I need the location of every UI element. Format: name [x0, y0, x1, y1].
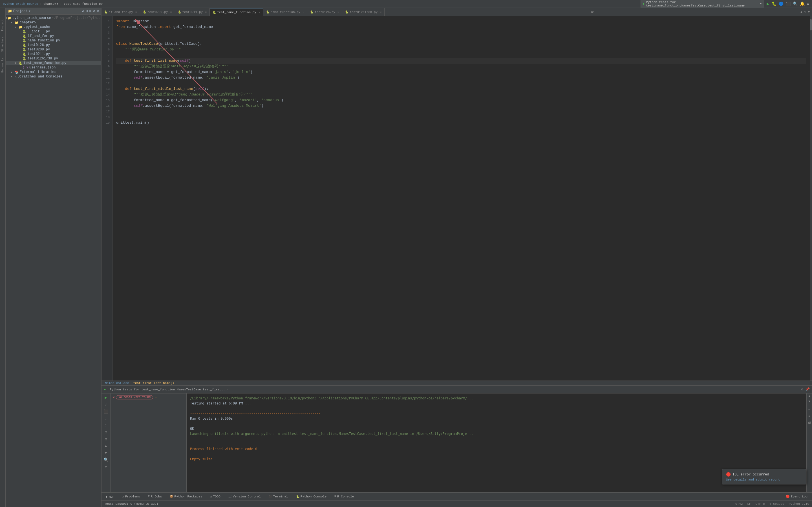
tests-status: Tests passed: 0 (moments ago) [104, 502, 158, 506]
bottom-tab-python-console[interactable]: 🐍 Python Console [294, 493, 328, 500]
bottom-tab-run[interactable]: ▶ Run [104, 493, 116, 500]
sort-az-button[interactable]: ↕ [105, 416, 107, 421]
rerun-button[interactable]: ▶ [105, 395, 107, 400]
scroll-down-icon[interactable]: ▼ [808, 400, 810, 403]
test-tree-item[interactable]: ✕ No tests were found ← [110, 395, 186, 400]
print-icon[interactable]: 🖨 [808, 420, 811, 425]
structure-tab[interactable]: Structure [1, 37, 4, 52]
prev-fail-button[interactable]: ▲ [105, 444, 107, 448]
settings-button[interactable]: ⚙ [807, 1, 809, 6]
breadcrumb-class[interactable]: NamesTestCase [105, 381, 129, 385]
scroll-up-icon[interactable]: ▲ [808, 395, 810, 398]
code-line-8: def test_first_last_name(self): [116, 58, 806, 64]
tab-test0209[interactable]: 🐍 test0209.py ✕ [140, 8, 175, 16]
tree-test0126[interactable]: 🐍 test0126.py [6, 43, 101, 47]
breadcrumb-method[interactable]: test_first_last_name() [133, 381, 174, 385]
stop-run-button[interactable]: ⬛ [103, 409, 108, 414]
run-config-selector[interactable]: ▶ Python tests for test_name_function.Na… [641, 0, 764, 8]
close-icon[interactable]: ✕ [97, 9, 99, 13]
search-button[interactable]: 🔍 [793, 1, 798, 6]
next-fail-button[interactable]: ▼ [105, 451, 107, 455]
tab-if-and-for[interactable]: 🐍 if_and_for.py ✕ [101, 8, 140, 16]
charset-status[interactable]: UTF-8 [756, 502, 765, 506]
run-pin-icon[interactable]: 📌 [806, 387, 810, 392]
tree-root[interactable]: ▼ 📁 python_crash_course ~/ProgramProject… [6, 16, 101, 20]
sort-za-button[interactable]: ↕ [105, 423, 107, 428]
notification-link-text[interactable]: See details and submit report [726, 478, 780, 482]
stop-button[interactable]: ⬛ [786, 1, 791, 6]
check-button[interactable]: ✓ [105, 402, 107, 407]
ln-14: 14 [103, 92, 111, 98]
tab-close-tnf[interactable]: ✕ [259, 11, 260, 14]
tab-close-0211[interactable]: ✕ [205, 10, 207, 14]
code-editor[interactable]: import unittest from name_function impor… [113, 16, 810, 381]
search-run-button[interactable]: 🔍 [103, 457, 108, 462]
bottom-tab-terminal[interactable]: ⬛ Terminal [267, 493, 290, 500]
run-output[interactable]: /Library/Frameworks/Python.framework/Ver… [187, 393, 806, 492]
expand-tree-button[interactable]: ⊞ [105, 430, 107, 435]
tab-close-t0126[interactable]: ✕ [338, 10, 339, 14]
tree-test01261738[interactable]: 🐍 test01261738.py [6, 56, 101, 61]
project-tab[interactable]: Project [1, 19, 4, 31]
tab-overflow[interactable]: ≫ [589, 10, 597, 14]
tree-chapter5[interactable]: ▼ 📁 chapter5 [6, 20, 101, 25]
lf-status[interactable]: LF [747, 502, 751, 506]
tree-test-name-function[interactable]: ▼ 🐍 test_name_function.py [6, 61, 101, 65]
tab-close-namefn[interactable]: ✕ [303, 10, 304, 14]
editor-scrollbar[interactable] [810, 16, 812, 381]
namefn-label: name_function.py [28, 39, 60, 43]
tree-if-and-for[interactable]: 🐍 if_and_for.py [6, 34, 101, 38]
tree-pytest-cache[interactable]: ▶ 📁 .pytest_cache [6, 25, 101, 29]
wrap-icon[interactable]: ↩ [808, 407, 810, 412]
project-panel: 📁 Project ▾ ⇄ ⊟ ⊞ ⚙ ✕ ▼ 📁 python_crash_c… [6, 8, 101, 507]
editor-content[interactable]: 1 2 3 4 5 ▶ 6 7 8 ▶ 9 10 11 12 13 [101, 16, 812, 381]
ln-1: 1 [103, 18, 111, 24]
tab-test01261738[interactable]: 🐍 test01261738.py ✕ [342, 8, 385, 16]
tab-close-iffor[interactable]: ✕ [135, 10, 137, 14]
expand-all-icon[interactable]: ⊞ [89, 9, 91, 13]
bottom-tab-rconsole[interactable]: R R Console [333, 493, 356, 500]
python-version-status[interactable]: Python 3.10 [789, 502, 809, 506]
code-line-15: formatted_name = get_formatted_name('wol… [116, 98, 806, 103]
sync-icon[interactable]: ⇄ [82, 9, 84, 13]
settings-icon[interactable]: ⚙ [93, 9, 95, 13]
notification-link[interactable]: See details and submit report [726, 478, 802, 482]
bookmarks-tab[interactable]: Bookmarks [1, 57, 4, 73]
notification-button[interactable]: 🔔 [800, 1, 805, 6]
bottom-tab-rjobs[interactable]: R R Jobs [146, 493, 164, 500]
folder-icon: 📁 [8, 9, 12, 13]
run-button[interactable]: ▶ [767, 1, 769, 7]
run-tab-close-btn[interactable]: ✕ [226, 388, 228, 391]
indent-status[interactable]: 4 spaces [769, 502, 784, 506]
tab-test-name-function[interactable]: 🐍 test_name_function.py ✕ [210, 8, 263, 16]
tree-init[interactable]: 🐍 __init__.py [6, 29, 101, 34]
tree-scratches[interactable]: ▶ ✎ Scratches and Consoles [6, 74, 101, 79]
tree-test0211[interactable]: 🐍 test0211.py [6, 52, 101, 56]
run-settings-icon[interactable]: ⚙ [801, 387, 803, 392]
debug-button[interactable]: 🐛 [772, 1, 776, 6]
collapse-all-icon[interactable]: ⊟ [86, 9, 88, 13]
tree-name-function[interactable]: 🐍 name_function.py [6, 38, 101, 43]
coverage-button[interactable]: 🔵 [779, 1, 783, 6]
collapse-tree-button[interactable]: ⊟ [105, 437, 107, 442]
bottom-tab-python-packages[interactable]: 📦 Python Packages [168, 493, 204, 500]
sort-output-icon[interactable]: ≡ [808, 414, 810, 418]
line-col-status[interactable]: 9:42 [735, 502, 743, 506]
tab-close-0209[interactable]: ✕ [170, 10, 172, 14]
tree-username-json[interactable]: { } username.json [6, 65, 101, 70]
bottom-tab-problems[interactable]: ⚠ Problems [121, 493, 142, 500]
tree-test0209[interactable]: 🐍 test0209.py [6, 47, 101, 52]
tab-close-01261738[interactable]: ✕ [380, 10, 382, 14]
bottom-tab-event-log[interactable]: 🔴 Event Log [784, 495, 809, 498]
ln-6: 6 [103, 47, 111, 52]
bottom-tab-todo[interactable]: ☑ TODO [208, 493, 222, 500]
bottom-tab-version-control[interactable]: ⎇ Version Control [227, 493, 262, 500]
more-button[interactable]: » [105, 464, 107, 469]
tree-ext-libs[interactable]: ▶ 📚 External Libraries [6, 70, 101, 74]
tab-label-tnf: test_name_function.py [217, 11, 256, 14]
tab-name-function[interactable]: 🐍 name_function.py ✕ [263, 8, 308, 16]
tab-icon-t0126: 🐍 [310, 10, 313, 14]
run-tab-active[interactable]: Python tests for test_name_function.Name… [108, 386, 230, 393]
tab-test0126[interactable]: 🐍 test0126.py ✕ [307, 8, 342, 16]
tab-test0211[interactable]: 🐍 test0211.py ✕ [175, 8, 210, 16]
